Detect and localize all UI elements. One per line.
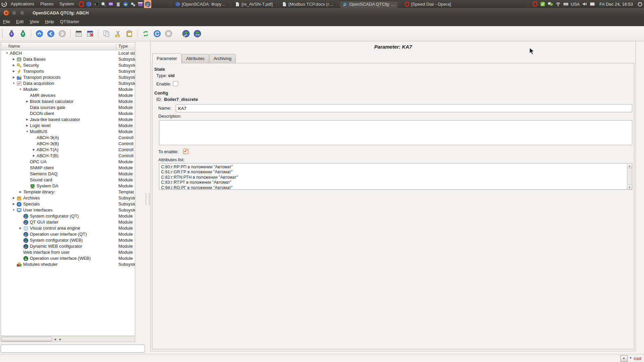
previous-button[interactable] bbox=[46, 28, 56, 39]
scroll-up-arrow-icon[interactable]: ▲ bbox=[627, 164, 632, 168]
tab-parameter[interactable]: Parameter bbox=[152, 53, 181, 63]
panel-menu-places[interactable]: Places bbox=[37, 1, 56, 6]
tree-item-авсн-э-а[interactable]: АВСН-Э(А)Controll bbox=[1, 135, 135, 141]
menu-file[interactable]: File bbox=[0, 17, 13, 26]
tree-item-abch[interactable]: ▼ABCHLocal sta bbox=[1, 50, 135, 56]
tree-item-sound-card[interactable]: Sound cardModule bbox=[1, 177, 135, 183]
tree-item-data-acquisition[interactable]: ▼Data acquisitionSubsyste bbox=[1, 80, 135, 86]
collapse-arrow-icon[interactable]: ▼ bbox=[11, 207, 16, 213]
expand-arrow-icon[interactable]: ▶ bbox=[11, 62, 16, 68]
taskbar-button[interactable]: [Modbus TCP.docx (r… bbox=[279, 1, 336, 8]
cut-item-button[interactable] bbox=[113, 28, 123, 39]
tray-mail-icon[interactable] bbox=[590, 1, 595, 7]
tray-wifi-icon[interactable] bbox=[555, 1, 561, 7]
menu-edit[interactable]: Edit bbox=[13, 17, 26, 26]
launcher-qtcfg-icon[interactable] bbox=[144, 0, 151, 8]
tree-item-security[interactable]: ▶SecuritySubsyste bbox=[1, 62, 135, 68]
expand-arrow-icon[interactable]: ▶ bbox=[31, 147, 37, 153]
copy-item-button[interactable] bbox=[101, 28, 111, 39]
tree-item-amr-devices[interactable]: AMR devicesModule bbox=[1, 93, 135, 99]
tree-item-авсн-т-а[interactable]: ▶АВСН-Т(А)Controll bbox=[1, 147, 135, 153]
save-to-db-button[interactable] bbox=[18, 28, 28, 39]
launcher-trash-icon[interactable] bbox=[114, 0, 122, 8]
name-input[interactable] bbox=[176, 104, 632, 112]
tray-check-green-icon[interactable] bbox=[540, 1, 545, 7]
refresh-button[interactable] bbox=[141, 28, 151, 39]
tree-item-operation-user-interface-web[interactable]: WOperation user interface (WEB)Module bbox=[1, 255, 135, 261]
load-from-db-button[interactable] bbox=[6, 28, 16, 39]
tray-speaker-icon[interactable] bbox=[582, 1, 587, 7]
tree-column-type[interactable]: Type bbox=[118, 44, 128, 49]
paste-item-button[interactable] bbox=[124, 28, 134, 39]
menu-help[interactable]: Help bbox=[42, 17, 57, 26]
tree-item-modules-sheduler[interactable]: Modules shedulerSubsyste bbox=[1, 261, 135, 267]
tree-filter-input[interactable] bbox=[1, 345, 145, 353]
expand-arrow-icon[interactable]: ▶ bbox=[11, 74, 16, 80]
panel-menu-system[interactable]: System bbox=[56, 1, 77, 6]
menu-view[interactable]: View bbox=[26, 17, 42, 26]
scroll-right-arrow-icon[interactable]: ▶ bbox=[58, 337, 63, 342]
attribute-list-item[interactable]: C:83:г:RT:РТ в положении "Автомат" bbox=[159, 180, 632, 185]
stop-update-button[interactable] bbox=[163, 28, 173, 39]
launcher-app-blue-icon[interactable] bbox=[122, 0, 129, 8]
tree-item-system-da[interactable]: System DAModule bbox=[1, 183, 135, 189]
expand-arrow-icon[interactable]: ▶ bbox=[24, 117, 30, 123]
expand-arrow-icon[interactable]: ▶ bbox=[31, 153, 37, 159]
taskbar-button[interactable]: OpenSCADA QTCfg: … bbox=[340, 1, 398, 8]
launcher-terminal-icon[interactable] bbox=[92, 0, 100, 8]
expand-arrow-icon[interactable]: ▶ bbox=[24, 123, 30, 129]
splitter-handle[interactable] bbox=[146, 193, 150, 205]
tree-item-dynamic-web-configurator[interactable]: Dynamic WEB configuratorModule bbox=[1, 243, 135, 249]
collapse-arrow-icon[interactable]: ▼ bbox=[4, 50, 10, 56]
tree-item-system-configurator-qt[interactable]: System configurator (QT)Module bbox=[1, 213, 135, 219]
delete-item-button[interactable] bbox=[85, 28, 95, 39]
tree-item-java-like-based-calculator[interactable]: ▶Java-like based calculatorModule bbox=[1, 117, 135, 123]
window-maximize-button[interactable]: ▫ bbox=[19, 10, 25, 16]
attribute-list-item[interactable]: C:82:г:RTN:РТН в положении "Автомат" bbox=[159, 175, 632, 180]
start-update-button[interactable] bbox=[152, 28, 162, 39]
tree-item-snmp-client[interactable]: SNMP clientModule bbox=[1, 165, 135, 171]
tree-item-opc-ua[interactable]: OPC UAModule bbox=[1, 159, 135, 165]
tree-item-template-library[interactable]: ▶Template library:Templat bbox=[1, 189, 135, 195]
attribute-list-item[interactable]: C:80:г:RP:РП в положении "Автомат" bbox=[159, 165, 632, 170]
user-dropdown-button[interactable]: ▼ bbox=[621, 355, 628, 362]
tree-item-system-configurator-web[interactable]: System configurator (WEB)Module bbox=[1, 237, 135, 243]
tab-attributes[interactable]: Attributes bbox=[182, 54, 209, 63]
to-enable-checkbox[interactable]: ✓ bbox=[183, 149, 188, 154]
toolbar-grip[interactable] bbox=[2, 29, 4, 38]
tray-chat-icon[interactable] bbox=[548, 1, 553, 7]
keyboard-layout-indicator[interactable]: USA bbox=[571, 2, 580, 7]
tree-item-block-based-calculator[interactable]: ▶Block based calculatorModule bbox=[1, 99, 135, 105]
tray-opera-icon[interactable] bbox=[532, 1, 538, 7]
tray-keyboard-icon[interactable] bbox=[563, 1, 569, 7]
window-close-button[interactable]: ✕ bbox=[3, 10, 9, 16]
expand-arrow-icon[interactable]: ▶ bbox=[11, 201, 16, 207]
next-button[interactable] bbox=[57, 28, 67, 39]
qtstarter-vision-button[interactable] bbox=[192, 28, 202, 39]
tree-item-qt-gui-starter[interactable]: QT GUI starterModule bbox=[1, 219, 135, 225]
panel-menu-applications[interactable]: Applications bbox=[8, 1, 37, 6]
clock[interactable]: Fri Dec 24, 16:53 bbox=[597, 2, 635, 7]
launcher-panel-app-icon[interactable] bbox=[137, 0, 144, 8]
tree-column-divider[interactable] bbox=[116, 43, 116, 49]
expand-arrow-icon[interactable]: ▶ bbox=[18, 189, 23, 195]
description-textarea[interactable] bbox=[159, 120, 632, 145]
scrollbar-slider[interactable] bbox=[1, 337, 52, 342]
tree-item-specials[interactable]: ▶?SpecialsSubsyste bbox=[1, 201, 135, 207]
attribute-list-item[interactable]: C:81:г:GR:ГР в положении "Автомат" bbox=[159, 170, 632, 175]
expand-arrow-icon[interactable]: ▶ bbox=[18, 225, 23, 231]
launcher-firefox-icon[interactable] bbox=[85, 0, 92, 8]
enable-checkbox[interactable] bbox=[173, 81, 178, 86]
tree-header[interactable]: Name Type bbox=[1, 43, 135, 50]
tree-item-modbus[interactable]: ▼ModBUSModule bbox=[1, 129, 135, 135]
expand-arrow-icon[interactable]: ▶ bbox=[11, 68, 16, 74]
tree-item-user-interfaces[interactable]: ▼User interfacesSubsyste bbox=[1, 207, 135, 213]
attribute-list-item[interactable]: C:94:г:RG:РГ в положении "Автомат" bbox=[159, 185, 632, 190]
tree-item-logic-level[interactable]: ▶Logic levelModule bbox=[1, 123, 135, 129]
tab-archiving[interactable]: Archiving bbox=[209, 54, 236, 63]
tree-item-dcon-client[interactable]: DCON clientModule bbox=[1, 111, 135, 117]
add-item-button[interactable] bbox=[73, 28, 84, 39]
tree-item-transport-protocols[interactable]: ▶Transport protocolsSubsyste bbox=[1, 74, 135, 80]
tree-item-visual-control-area-engine[interactable]: ▶Visual control area engineModule bbox=[1, 225, 135, 231]
tree-horizontal-scrollbar[interactable]: ◀ ▶ bbox=[1, 337, 135, 342]
